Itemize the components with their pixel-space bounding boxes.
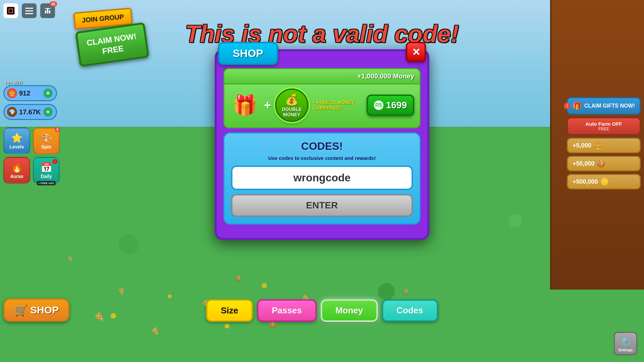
auto-farm-button[interactable]: Auto Farm OFF FREE — [567, 117, 641, 135]
notification-button[interactable]: 45 — [40, 3, 55, 18]
burger-icon: 🍔 — [7, 88, 17, 98]
tab-codes[interactable]: Codes — [382, 299, 438, 322]
scrolled-offer-top: +1,000,000 Money — [223, 68, 421, 84]
double-money-badge: 💰 DOUBLE MONEY — [275, 88, 309, 122]
tab-passes[interactable]: Passes — [257, 299, 317, 322]
daily-notification-dot: ! — [53, 159, 57, 164]
levels-button[interactable]: ⭐ Levels — [3, 127, 30, 154]
spin-badge: 6 — [55, 127, 60, 132]
price-value: 1699 — [386, 100, 407, 111]
add-burger-button[interactable]: + — [43, 88, 53, 98]
tab-money[interactable]: Money — [321, 299, 378, 322]
add-gems-button[interactable]: + — [43, 107, 53, 117]
spin-button[interactable]: 6 🎨 Spin — [33, 127, 60, 154]
daily-button[interactable]: ! 📅 Daily < FREE UGC — [33, 157, 60, 184]
left-action-buttons: ⭐ Levels 6 🎨 Spin 🔥 Auras ! 📅 Daily < FR… — [3, 127, 60, 184]
money-button-500000[interactable]: +500,000 🪙 — [567, 174, 641, 189]
bottom-tabs: Size Passes Money Codes — [206, 299, 438, 322]
enter-button[interactable]: ENTER — [231, 194, 413, 217]
settings-button[interactable]: ⚙️ Settings — [614, 332, 637, 355]
codes-title: CODES! — [231, 140, 413, 153]
claim-gifts-button[interactable]: ! 🎁 CLAIM GIFTS NOW! — [567, 97, 641, 115]
free-ugc-label: < FREE UGC — [37, 181, 56, 185]
left-stats-panel: 1.2X SIZE! 🍔 912 + 💎 17.67K + — [3, 80, 57, 120]
money-button-5000[interactable]: +5,000 🍔 — [567, 138, 641, 153]
notification-badge: 45 — [50, 1, 57, 7]
burger-value: 912 — [19, 89, 41, 97]
modal-inner: +1,000,000 Money 🎁 + 💰 DOUBLE MONEY + FR… — [215, 49, 429, 240]
right-ui-panel: ! 🎁 CLAIM GIFTS NOW! Auto Farm OFF FREE … — [567, 97, 641, 189]
shop-bottom-button[interactable]: 🛒 SHOP — [3, 298, 69, 322]
gems-value: 17.67K — [19, 108, 41, 116]
code-input[interactable] — [231, 166, 413, 190]
menu-button[interactable] — [22, 3, 37, 18]
gift-icon: 🎁 — [230, 94, 260, 117]
alert-dot: ! — [564, 103, 571, 109]
scrolled-money-text: +1,000,000 Money — [357, 72, 414, 80]
shop-offer-panel: 🎁 + 💰 DOUBLE MONEY + FREE 2X MONEY GAMEP… — [223, 84, 421, 128]
codes-section: CODES! Use codes to exclusive content an… — [223, 132, 421, 225]
codes-subtitle: Use codes to exclusive content and rewar… — [231, 155, 413, 161]
burger-stat-bar: 🍔 912 + — [3, 85, 57, 101]
auras-button[interactable]: 🔥 Auras — [3, 157, 30, 184]
size-label: 1.2X SIZE! — [3, 80, 57, 84]
offer-text: + FREE 2X MONEY GAMEPASS!! — [313, 100, 363, 111]
money-button-50000[interactable]: +50,000 🍪 — [567, 156, 641, 171]
gems-icon: 💎 — [7, 107, 17, 117]
plus-sign: + — [264, 98, 271, 112]
shop-modal-button[interactable]: SHOP — [218, 42, 278, 65]
offer-bonus-text: + FREE 2X MONEY GAMEPASS!! — [313, 100, 363, 111]
tab-size[interactable]: Size — [206, 299, 253, 322]
gems-stat-bar: 💎 17.67K + — [3, 104, 57, 120]
shop-modal: SHOP ✕ +1,000,000 Money 🎁 + 💰 DOUBLE MON… — [215, 52, 429, 240]
robux-icon: R$ — [374, 101, 383, 110]
close-modal-button[interactable]: ✕ — [406, 42, 426, 62]
price-button[interactable]: R$ 1699 — [367, 95, 414, 116]
svg-rect-2 — [9, 9, 12, 12]
roblox-logo[interactable] — [3, 3, 18, 18]
gear-icon: ⚙️ — [620, 336, 632, 347]
